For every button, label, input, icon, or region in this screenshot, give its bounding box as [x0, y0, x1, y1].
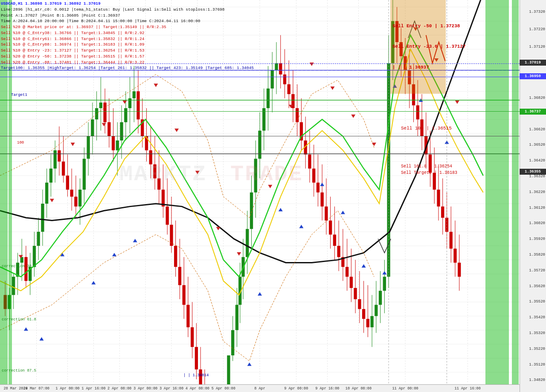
- watermark: MARKTZ: [119, 162, 207, 187]
- time-29mar: 29 Mar 07:00: [23, 386, 49, 391]
- sell-entry-236-label: Sell Entry -23.6 | 1.37127: [392, 44, 466, 49]
- price-36355-highlight: 1.36355: [520, 169, 546, 175]
- watermark-trade: TRADE: [230, 162, 303, 187]
- price-13562: 1.35620: [529, 284, 545, 288]
- chart-canvas: [0, 0, 546, 392]
- price-13642: 1.36420: [529, 159, 545, 163]
- price-13662: 1.36620: [529, 127, 545, 132]
- v-bar-right-2: [512, 0, 519, 384]
- hline-target-dashed: [0, 63, 520, 64]
- time-8apr: 8 Apr: [254, 386, 265, 391]
- price-current-highlight: 1.37019: [520, 60, 546, 66]
- time-2apr: 2 Apr 08:00: [107, 386, 131, 391]
- level-100-label: 100: [17, 141, 24, 145]
- price-13542: 1.35420: [529, 315, 545, 320]
- time-11apr-16: 11 Apr 16:00: [455, 386, 481, 391]
- price-13522: 1.35220: [529, 347, 545, 351]
- correction-618-label: correction 61.8: [2, 317, 36, 322]
- time-11apr-00: 11 Apr 00:00: [392, 386, 418, 391]
- price-36950-highlight: 1.36950: [520, 73, 546, 79]
- time-5apr: 5 Apr 00:00: [212, 386, 235, 391]
- chart-container: MARKTZ TRADE USDCAD,H1 1.36898 1.37019 1…: [0, 0, 546, 392]
- sell-entry-c-label: | | | 1.36937: [392, 65, 429, 70]
- time-4apr: 4 Apr 08:00: [186, 386, 209, 391]
- price-13722: 1.37220: [529, 27, 545, 32]
- time-10apr: 10 Apr 08:00: [346, 386, 372, 391]
- sell-100-label: Sell 100 | 1.36515: [401, 126, 452, 131]
- bottom-price-label: | | 1.34814: [183, 373, 209, 378]
- price-13532: 1.35320: [529, 331, 545, 335]
- target1-label: Target1: [11, 93, 27, 97]
- sell-target2-label: Sell Target2 | 1.36183: [401, 170, 457, 175]
- v-bar-left-1: [0, 0, 8, 384]
- v-bar-right-1: [485, 0, 509, 384]
- time-axis: 28 Mar 2024 29 Mar 07:00 1 Apr 00:00 1 A…: [0, 384, 520, 392]
- sell-entry-50-label: Sell Entry -50 | 1.37238: [392, 23, 460, 29]
- v-bar-left-2: [9, 0, 12, 384]
- time-1apr-00: 1 Apr 00:00: [55, 386, 79, 391]
- correction-382-label: correction 38.2: [2, 264, 36, 268]
- time-9apr-16: 9 Apr 16:00: [315, 386, 339, 391]
- hline-dark-1: [0, 136, 520, 136]
- price-13682: 1.36820: [529, 96, 545, 100]
- price-13552: 1.35520: [529, 300, 545, 304]
- price-13652: 1.36520: [529, 143, 545, 147]
- price-13512: 1.35120: [529, 363, 545, 367]
- price-13572: 1.35720: [529, 268, 545, 273]
- time-1apr-16: 1 Apr 16:00: [81, 386, 105, 391]
- price-36737-highlight: 1.36737: [520, 109, 546, 115]
- price-axis: 1.37320 1.37220 1.37120 1.37019 1.36950 …: [520, 0, 546, 392]
- price-13592: 1.35920: [529, 237, 545, 241]
- hline-blue-1: [0, 77, 520, 77]
- time-3apr-00: 3 Apr 00:00: [134, 386, 157, 391]
- price-13732: 1.37320: [529, 10, 545, 14]
- sell-1618-label: Sell 161.8 | 1.36254: [401, 164, 452, 169]
- price-13482: 1.34820: [529, 378, 545, 382]
- price-13712: 1.37120: [529, 45, 545, 49]
- time-9apr-00: 9 Apr 00:00: [284, 386, 308, 391]
- hline-green-1: [0, 111, 520, 112]
- price-13612: 1.36120: [529, 206, 545, 210]
- price-13582: 1.35820: [529, 253, 545, 257]
- price-13602: 1.36020: [529, 221, 545, 225]
- price-13622: 1.36220: [529, 190, 545, 194]
- correction-875-label: correction 87.5: [2, 369, 36, 373]
- time-3apr-16: 3 Apr 16:00: [160, 386, 183, 391]
- price-13632: 1.36320: [529, 174, 545, 179]
